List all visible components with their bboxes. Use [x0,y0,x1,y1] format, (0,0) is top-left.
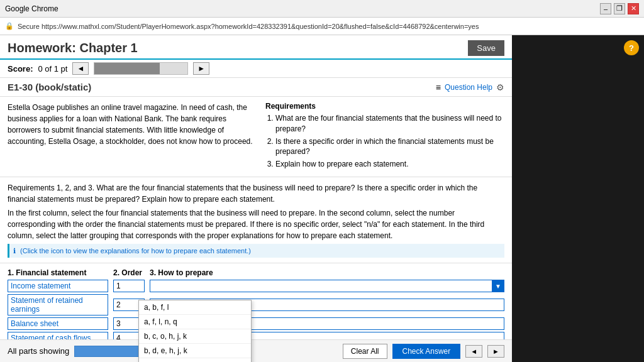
dropdown-option-4[interactable]: b, d, e, h, j, k [139,344,251,358]
column-headers: 1. Financial statement 2. Order 3. How t… [8,268,504,277]
progress-bar-fill [94,63,160,74]
how-cell-1: ▼ [150,280,504,292]
dropdown-arrow-1: ▼ [492,280,504,292]
table-row: Income statement 1 ▼ [8,280,504,292]
gear-icon[interactable]: ⚙ [496,82,504,92]
question-main-text: Requirements 1, 2, and 3. What are the f… [8,182,504,205]
right-panel: ? [512,35,644,362]
info-note: ℹ (Click the icon to view the explanatio… [8,244,504,258]
how-select-1[interactable] [150,280,504,292]
main-wrapper: Homework: Chapter 1 Save Score: 0 of 1 p… [0,35,644,362]
all-parts-label: All parts showing [8,346,69,356]
progress-bar-container [94,62,188,75]
info-icon: ℹ [13,247,16,255]
prev-nav-button[interactable]: ◄ [465,345,482,358]
dropdown-option-3[interactable]: b, c, o, h, j, k [139,329,251,344]
page-title: Homework: Chapter 1 [8,41,138,55]
save-button[interactable]: Save [468,40,504,56]
question-detail-text: In the first column, select the four fin… [8,207,504,241]
next-nav-button[interactable]: ► [487,345,504,358]
requirements-title: Requirements [265,102,504,111]
table-row: Statement of retained earnings 2 [8,294,504,315]
clear-all-button[interactable]: Clear All [343,344,387,359]
minimize-button[interactable]: – [600,3,611,14]
intro-right: Requirements What are the four financial… [265,102,504,172]
col-header-financial: 1. Financial statement [8,268,108,277]
financial-statement-3: Balance sheet [8,317,108,330]
table-section: 1. Financial statement 2. Order 3. How t… [0,263,512,351]
score-bar: Score: 0 of 1 pt ◄ ► [0,60,512,78]
restore-button[interactable]: ❐ [614,3,625,14]
dropdown-menu: a, b, f, l a, f, l, n, q b, c, o, h, j, … [138,300,252,362]
requirement-3: Explain how to prepare each statement. [275,159,504,170]
bottom-bar: All parts showing Clear All Check Answer… [0,339,512,362]
lock-icon: 🔒 [5,22,14,30]
requirement-1: What are the four financial statements t… [275,113,504,134]
dropdown-option-1[interactable]: a, b, f, l [139,300,251,315]
score-label: Score: [8,64,33,74]
question-help-link[interactable]: Question Help [445,83,492,92]
info-note-text: (Click the icon to view the explanations… [20,247,251,255]
dropdown-option-5[interactable]: c, g, k, p [139,358,251,362]
list-icon: ≡ [436,82,441,92]
intro-left: Estella Osage publishes an online travel… [8,102,255,172]
title-bar-controls: – ❐ ✕ [600,3,639,14]
question-label-bar: E1-30 (book/static) ≡ Question Help ⚙ [0,78,512,97]
content-area: Homework: Chapter 1 Save Score: 0 of 1 p… [0,35,512,362]
requirements-list: What are the four financial statements t… [265,113,504,170]
col-header-how: 3. How to prepare [150,268,504,277]
address-url[interactable]: Secure https://www.mathxl.com/Student/Pl… [18,23,639,30]
financial-statement-1: Income statement [8,280,108,292]
financial-statement-2: Statement of retained earnings [8,294,108,315]
address-bar: 🔒 Secure https://www.mathxl.com/Student/… [0,18,644,35]
table-row: Balance sheet 3 [8,317,504,330]
order-cell-1: 1 [113,280,145,292]
check-answer-button[interactable]: Check Answer [392,344,461,359]
title-bar-title: Google Chrome [5,4,58,13]
col-header-order: 2. Order [113,268,145,277]
intro-section: Estella Osage publishes an online travel… [0,97,512,177]
intro-text: Estella Osage publishes an online travel… [8,102,255,147]
score-value: 0 of 1 pt [38,64,67,74]
prev-question-button[interactable]: ◄ [72,62,89,75]
requirement-2: Is there a specific order in which the f… [275,136,504,158]
question-label: E1-30 (book/static) [8,82,91,92]
dropdown-option-2[interactable]: a, f, l, n, q [139,315,251,329]
title-bar: Google Chrome – ❐ ✕ [0,0,644,18]
next-question-button[interactable]: ► [193,62,209,75]
page-header: Homework: Chapter 1 Save [0,35,512,60]
help-bubble[interactable]: ? [624,40,639,55]
question-help-area: ≡ Question Help ⚙ [436,82,504,92]
close-button[interactable]: ✕ [628,3,639,14]
question-body: Requirements 1, 2, and 3. What are the f… [0,177,512,264]
